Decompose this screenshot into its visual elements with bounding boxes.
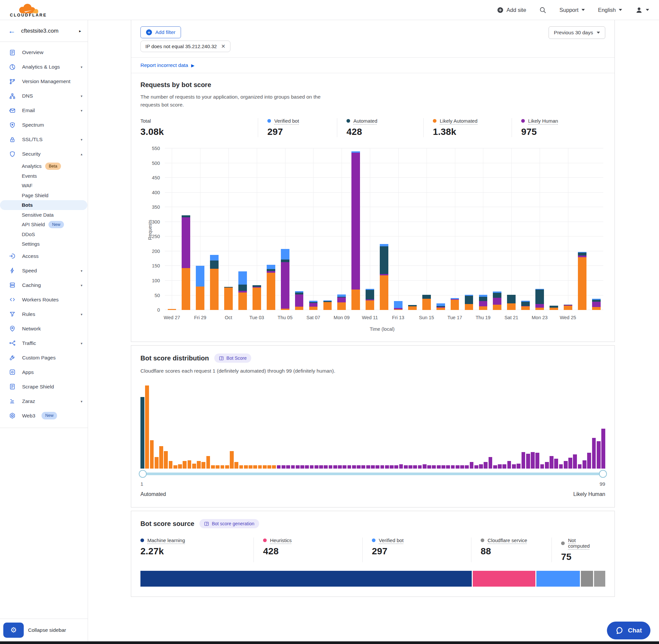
- legend-dot: [521, 119, 525, 123]
- sidebar-item-scrape-shield[interactable]: Scrape Shield: [0, 380, 88, 394]
- legend-dot: [347, 119, 350, 123]
- sidebar-item-access[interactable]: Access: [0, 249, 88, 263]
- sidebar-item-apps[interactable]: Apps: [0, 365, 88, 380]
- settings-gear-button[interactable]: ⚙: [3, 623, 24, 638]
- sidebar-item-label: Rules: [22, 311, 35, 317]
- search-icon: [539, 6, 546, 14]
- collapse-sidebar-button[interactable]: Collapse sidebar: [28, 627, 66, 633]
- add-site-button[interactable]: Add site: [497, 7, 526, 13]
- sidebar-item-security[interactable]: Security▴: [0, 147, 88, 161]
- sidebar-item-label: Workers Routes: [22, 297, 59, 303]
- sidebar-item-custom-pages[interactable]: Custom Pages: [0, 350, 88, 365]
- sidebar-item-analytics[interactable]: AnalyticsBeta: [0, 161, 88, 171]
- sidebar-item-rules[interactable]: Rules▾: [0, 307, 88, 322]
- cloudflare-logo[interactable]: CLOUDFLARE: [10, 2, 47, 18]
- sidebar-item-traffic[interactable]: Traffic▾: [0, 336, 88, 350]
- stat-label[interactable]: Heuristics: [270, 537, 292, 543]
- docs-book-icon: [204, 521, 209, 526]
- top-bar: CLOUDFLARE Add site Support English: [0, 0, 659, 20]
- account-menu[interactable]: [635, 6, 649, 14]
- bar-segment-likely-automated: [507, 303, 516, 310]
- hist-bar-score-70: [465, 465, 469, 468]
- stat-not-computed: Not computed75: [551, 537, 604, 562]
- legend-dot: [433, 119, 437, 123]
- hist-bar-score-20: [230, 451, 234, 468]
- sidebar-item-ssl-tls[interactable]: SSL/TLS▾: [0, 132, 88, 147]
- sidebar-item-bots[interactable]: Bots: [0, 200, 87, 210]
- hist-bar-score-41: [329, 465, 333, 468]
- sidebar-item-web3[interactable]: Web3New: [0, 409, 88, 423]
- x-tick-label: Oct: [225, 315, 232, 320]
- stat-label[interactable]: Automated: [353, 118, 377, 124]
- sidebar-item-ddos[interactable]: DDoS: [0, 230, 88, 239]
- stat-label[interactable]: Machine learning: [147, 537, 185, 543]
- sidebar-item-label: WAF: [22, 183, 33, 188]
- filter-bar: + Add filter IP does not equal 35.212.24…: [131, 20, 614, 58]
- sidebar-item-waf[interactable]: WAF: [0, 181, 88, 190]
- bar-day-15: [363, 148, 377, 310]
- source-segment-heuristics: [473, 571, 535, 586]
- add-filter-button[interactable]: + Add filter: [140, 26, 181, 38]
- date-range-select[interactable]: Previous 30 days: [548, 26, 605, 39]
- search-button[interactable]: [539, 6, 546, 14]
- sidebar-item-zaraz[interactable]: Zaraz▾: [0, 394, 88, 409]
- stat-label[interactable]: Likely Human: [528, 118, 558, 124]
- source-card: Bot score source Bot score generation Ma…: [131, 511, 615, 597]
- sidebar-item-caching[interactable]: Caching▾: [0, 278, 88, 293]
- source-card-title: Bot score source: [140, 520, 194, 528]
- sidebar-item-spectrum[interactable]: Spectrum: [0, 118, 88, 132]
- sidebar-item-workers-routes[interactable]: Workers Routes: [0, 293, 88, 307]
- remove-filter-icon[interactable]: ✕: [221, 44, 226, 49]
- site-name[interactable]: cftestsite3.com: [21, 28, 58, 34]
- bar-segment-verified-bot: [281, 249, 289, 259]
- sidebar-item-email[interactable]: Email▾: [0, 103, 88, 118]
- bar-day-4: [207, 148, 221, 310]
- sidebar-item-speed[interactable]: Speed▾: [0, 263, 88, 278]
- slider-handle-min[interactable]: [139, 470, 147, 478]
- hist-bar-score-76: [493, 465, 497, 468]
- slider-handle-max[interactable]: [599, 470, 607, 478]
- hist-bar-score-77: [498, 464, 502, 468]
- stat-cloudflare-service: Cloudflare service88: [471, 537, 551, 562]
- bar-day-11: [306, 148, 321, 310]
- filter-chip[interactable]: IP does not equal 35.212.240.32 ✕: [140, 41, 231, 52]
- stat-label[interactable]: Verified bot: [379, 537, 403, 543]
- hist-bar-score-94: [578, 464, 582, 468]
- bot-score-badge[interactable]: Bot Score: [214, 353, 251, 363]
- sidebar-item-dns[interactable]: DNS▾: [0, 89, 88, 103]
- sidebar-item-api-shield[interactable]: API ShieldNew: [0, 220, 88, 230]
- score-range-slider: [140, 469, 605, 478]
- slider-track[interactable]: [141, 473, 605, 475]
- support-menu[interactable]: Support: [560, 7, 585, 13]
- bot-score-generation-badge[interactable]: Bot score generation: [199, 519, 259, 528]
- sidebar-item-label: Events: [22, 173, 37, 179]
- stat-label[interactable]: Verified bot: [274, 118, 299, 124]
- x-tick-label: Wed 27: [164, 315, 180, 320]
- sidebar-item-overview[interactable]: Overview: [0, 45, 88, 60]
- sidebar-item-version-management[interactable]: Version Management: [0, 74, 88, 89]
- sidebar-item-events[interactable]: Events: [0, 171, 88, 181]
- stat-label[interactable]: Not computed: [568, 537, 598, 549]
- y-tick-label: 100: [152, 278, 165, 283]
- stat-label[interactable]: Cloudflare service: [488, 537, 527, 543]
- sidebar-item-analytics-logs[interactable]: Analytics & Logs▾: [0, 60, 88, 74]
- stat-label[interactable]: Likely Automated: [440, 118, 477, 124]
- bar-segment-automated: [380, 246, 389, 274]
- sidebar-item-label: API Shield: [22, 222, 45, 227]
- chat-button[interactable]: Chat: [607, 622, 651, 639]
- bar-segment-likely-automated: [182, 268, 190, 310]
- sidebar-item-network[interactable]: Network: [0, 322, 88, 336]
- hist-bar-score-29: [272, 465, 276, 468]
- report-incorrect-data-link[interactable]: Report incorrect data ▶: [131, 58, 614, 73]
- hist-bar-score-28: [267, 465, 271, 468]
- site-switcher-caret-icon[interactable]: ▸: [79, 29, 81, 33]
- hist-bar-score-56: [399, 464, 403, 468]
- sidebar-item-sensitive-data[interactable]: Sensitive Data: [0, 210, 88, 220]
- sidebar-item-label: Network: [22, 326, 41, 332]
- sidebar-item-page-shield[interactable]: Page Shield: [0, 190, 88, 201]
- back-arrow-icon[interactable]: ←: [8, 27, 16, 34]
- x-tick-label: Wed 11: [362, 315, 378, 320]
- language-menu[interactable]: English: [598, 7, 622, 13]
- sidebar-item-settings[interactable]: Settings: [0, 239, 88, 249]
- stat-heuristics: Heuristics428: [254, 537, 362, 562]
